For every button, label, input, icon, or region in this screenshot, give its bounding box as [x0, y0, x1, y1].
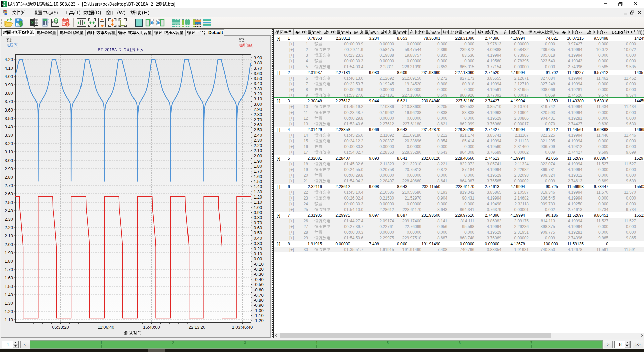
- svg-text:3.50: 3.50: [5, 116, 13, 121]
- svg-text:1.30: 1.30: [254, 189, 262, 194]
- svg-text:2.10: 2.10: [254, 148, 262, 153]
- svg-text:2.90: 2.90: [5, 166, 13, 171]
- svg-text:3.20: 3.20: [254, 91, 262, 96]
- svg-text:-0.10: -0.10: [254, 262, 264, 267]
- svg-text:0.10: 0.10: [254, 251, 262, 256]
- svg-text:0.40: 0.40: [254, 236, 262, 241]
- svg-text:3.80: 3.80: [5, 91, 13, 96]
- svg-text:1.10: 1.10: [254, 200, 262, 205]
- svg-text:2.70: 2.70: [254, 117, 262, 122]
- svg-text:-1.10: -1.10: [254, 313, 264, 318]
- svg-text:-0.70: -0.70: [254, 293, 264, 298]
- svg-text:16:40:00: 16:40:00: [143, 325, 160, 330]
- svg-text:-1.20: -1.20: [254, 318, 264, 323]
- svg-text:-0.60: -0.60: [254, 287, 264, 292]
- svg-text:2.80: 2.80: [254, 112, 262, 117]
- svg-text:1.60: 1.60: [254, 174, 262, 179]
- svg-text:22:13:20: 22:13:20: [189, 325, 206, 330]
- svg-text:0.20: 0.20: [254, 246, 262, 251]
- svg-text:3.60: 3.60: [5, 107, 13, 113]
- svg-text:1.50: 1.50: [254, 179, 262, 184]
- svg-text:1.30: 1.30: [5, 301, 13, 306]
- svg-text:i: i: [67, 22, 68, 26]
- svg-text:0.70: 0.70: [254, 220, 262, 225]
- svg-text:1.50: 1.50: [5, 284, 13, 289]
- svg-text:3.80: 3.80: [254, 60, 262, 65]
- svg-text:2.90: 2.90: [254, 107, 262, 112]
- svg-text:0.50: 0.50: [254, 230, 262, 235]
- svg-text:2.50: 2.50: [5, 200, 13, 205]
- svg-text:0.00: 0.00: [254, 256, 262, 261]
- svg-text:2.30: 2.30: [254, 138, 262, 143]
- svg-text:2.60: 2.60: [5, 191, 13, 196]
- svg-text:1.20: 1.20: [5, 309, 13, 314]
- svg-text:1.60: 1.60: [5, 275, 13, 280]
- svg-text:3.40: 3.40: [254, 81, 262, 86]
- svg-text:-1.00: -1.00: [254, 308, 264, 313]
- svg-text:2.80: 2.80: [5, 175, 13, 180]
- svg-text:3.90: 3.90: [254, 55, 262, 60]
- svg-text:2.20: 2.20: [5, 225, 13, 230]
- svg-text:1.90: 1.90: [5, 250, 13, 255]
- svg-text:X: X: [31, 20, 34, 25]
- svg-text:3.30: 3.30: [5, 133, 13, 138]
- svg-text:-0.80: -0.80: [254, 298, 264, 303]
- svg-text:11:06:40: 11:06:40: [98, 325, 114, 330]
- svg-text:1.03:46:40: 1.03:46:40: [232, 325, 253, 330]
- svg-text:-0.50: -0.50: [254, 282, 264, 287]
- svg-text:-0.20: -0.20: [254, 267, 264, 272]
- svg-text:1.10: 1.10: [5, 317, 13, 322]
- svg-text:-0.30: -0.30: [254, 272, 264, 277]
- svg-text:05:33:20: 05:33:20: [52, 325, 69, 330]
- svg-text:1.80: 1.80: [254, 164, 262, 169]
- svg-text:-0.40: -0.40: [254, 277, 264, 282]
- svg-text:1.70: 1.70: [254, 169, 262, 174]
- svg-text:1.70: 1.70: [5, 267, 13, 272]
- svg-text:3.30: 3.30: [254, 86, 262, 91]
- svg-text:1.20: 1.20: [254, 194, 262, 200]
- svg-text:0.60: 0.60: [254, 225, 262, 230]
- svg-text:-0.90: -0.90: [254, 303, 264, 308]
- svg-text:1.40: 1.40: [5, 292, 13, 297]
- svg-text:2.20: 2.20: [254, 143, 262, 148]
- svg-text:1.80: 1.80: [5, 259, 13, 264]
- svg-text:3.90: 3.90: [5, 82, 13, 87]
- svg-text:3.20: 3.20: [5, 141, 13, 146]
- svg-text:2.40: 2.40: [254, 133, 262, 138]
- svg-text:4.20: 4.20: [5, 57, 13, 62]
- svg-text:3.50: 3.50: [254, 76, 262, 81]
- svg-text:1.00: 1.00: [254, 205, 262, 210]
- svg-text:3.10: 3.10: [5, 149, 13, 155]
- svg-text:2.10: 2.10: [5, 233, 13, 238]
